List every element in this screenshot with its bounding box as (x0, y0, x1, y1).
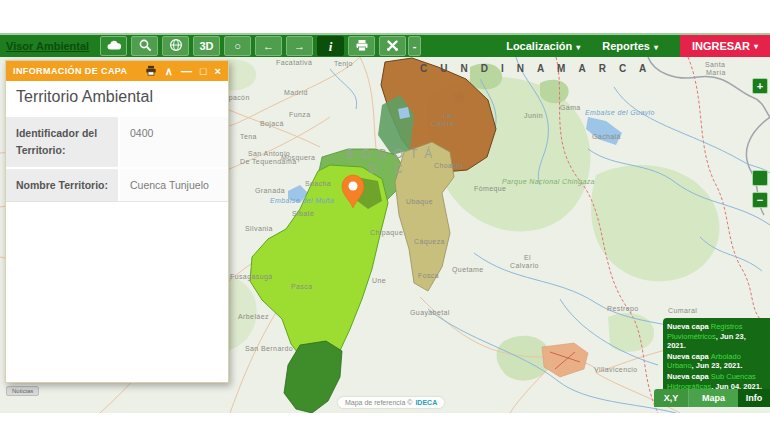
map-label: Santa (705, 61, 725, 68)
menu-localizacion[interactable]: Localización▾ (506, 40, 580, 52)
map-control-button[interactable] (752, 170, 768, 186)
tools-button[interactable] (379, 36, 406, 56)
row-label: Identificador del Territorio: (6, 117, 118, 167)
map-label: Sibaté (292, 210, 314, 217)
map-label: Villavicencio (594, 366, 638, 373)
chevron-down-icon: ▾ (654, 43, 658, 52)
info-button[interactable]: i (317, 36, 344, 56)
print-icon[interactable] (145, 65, 157, 78)
forward-button[interactable]: → (286, 36, 313, 56)
menu-reportes-label: Reportes (602, 40, 650, 52)
collapse-icon[interactable]: ∧ (165, 66, 173, 77)
3d-button[interactable]: 3D (193, 36, 220, 56)
map-label: Madrid (284, 89, 308, 96)
zoom-search-button[interactable] (131, 36, 158, 56)
map-label: Gachalá (592, 133, 621, 140)
map-label: Bojacá (260, 120, 284, 127)
arrow-left-icon: ← (263, 41, 274, 52)
chevron-down-icon: ▾ (576, 43, 580, 52)
map-label: Silvania (245, 225, 273, 232)
arrow-right-icon: → (294, 41, 305, 52)
globe-button[interactable] (162, 36, 189, 56)
notification-item: Nueva capa Sub Cuencas Hidrográficas, Ju… (667, 372, 766, 389)
map-label: La (443, 112, 452, 119)
print-button[interactable] (348, 36, 375, 56)
menu-reportes[interactable]: Reportes▾ (602, 40, 658, 52)
map-label: Embalse del Guavio (585, 109, 655, 116)
map-label: Granada (255, 187, 285, 194)
map-label: Chipaque (370, 229, 403, 236)
minimize-icon[interactable]: — (181, 66, 192, 77)
attribution-source-link[interactable]: IDECA (415, 399, 437, 406)
notification-prefix: Nueva capa (667, 372, 711, 381)
tab-info[interactable]: Info (738, 389, 770, 407)
notification-date: , Jun 04, 2021. (711, 382, 762, 389)
panel-header[interactable]: INFORMACIÓN DE CAPA ∧ — □ × (6, 61, 228, 81)
attribution-text: Mapa de referencia © (345, 399, 412, 406)
map-label: San Antonio (248, 150, 290, 157)
city-label: BOGOTÁ (346, 147, 439, 161)
magnifier-icon (138, 38, 152, 54)
attribute-table: Identificador del Territorio: 0400 Nombr… (6, 115, 228, 202)
toolbar-buttons: 3D ○ ← → i - (98, 35, 423, 57)
map-label: Fómeque (474, 185, 506, 192)
notification-item: Nueva capa Registros Pluviométricos, Jun… (667, 322, 766, 351)
city-label-suffix: D C (368, 162, 410, 176)
maximize-icon[interactable]: □ (200, 66, 207, 77)
map-label: Parque Nacional Chingaza (502, 178, 595, 185)
map-label: Facatativá (276, 59, 312, 66)
app-logo[interactable]: Visor Ambiental (6, 40, 98, 52)
globe-icon (169, 38, 183, 54)
ingresar-button[interactable]: INGRESAR▾ (680, 35, 770, 57)
map-label: Tenjo (334, 60, 353, 67)
tools-icon (386, 39, 399, 54)
table-row: Nombre Territorio: Cuenca Tunjuelo (6, 167, 228, 202)
panel-header-icons: ∧ — □ × (145, 65, 221, 78)
map-label: Cáqueza (414, 238, 445, 245)
notification-date: , Jun 23, 2021. (692, 361, 743, 370)
close-icon[interactable]: × (215, 66, 221, 77)
map-label: Arbeláez (238, 313, 269, 320)
map-label: Ubaque (406, 198, 433, 205)
tab-mapa[interactable]: Mapa (688, 389, 738, 407)
zoom-in-button[interactable]: + (752, 78, 768, 94)
minus-icon: - (413, 41, 417, 52)
table-row: Identificador del Territorio: 0400 (6, 115, 228, 167)
map-label: Funza (289, 111, 310, 118)
map-label: El (524, 254, 531, 261)
notification-prefix: Nueva capa (667, 352, 711, 361)
map-label: Restrepo (607, 305, 639, 312)
map-label: De Tequendama (240, 158, 296, 165)
more-button[interactable]: - (408, 36, 421, 56)
main-toolbar: Visor Ambiental 3D ○ ← → i - Localizació… (0, 33, 770, 57)
map-label: María (706, 69, 726, 76)
back-button[interactable]: ← (255, 36, 282, 56)
notification-item: Nueva capa Arbolado Urbano, Jun 23, 2021… (667, 352, 766, 371)
basemap-button[interactable] (100, 36, 127, 56)
noticias-button[interactable]: Noticias (6, 386, 39, 396)
map-label: Soacha (305, 180, 331, 187)
map-label: Quetame (452, 266, 484, 273)
tab-xy[interactable]: X,Y (654, 389, 688, 407)
printer-icon (355, 39, 369, 54)
ingresar-label: INGRESAR (692, 40, 750, 52)
zoom-out-button[interactable]: − (752, 192, 768, 208)
map-label: Junín (524, 112, 543, 119)
map-label: Pasca (291, 283, 312, 290)
notifications-panel: Nueva capa Registros Pluviométricos, Jun… (663, 318, 770, 389)
map-label: Cumaral (668, 307, 697, 314)
map-label: Une (372, 277, 386, 284)
map-label: Choachí (434, 162, 463, 169)
layer-info-panel: INFORMACIÓN DE CAPA ∧ — □ × Territorio A… (5, 60, 229, 383)
map-label: Guayabetal (410, 309, 450, 316)
region-label: CUNDINAMARCA (420, 63, 659, 74)
map-label: San Bernardo (245, 345, 293, 352)
map-label: Embalse del Muña (270, 197, 334, 204)
panel-header-title: INFORMACIÓN DE CAPA (13, 66, 127, 76)
cloud-icon (106, 39, 121, 53)
panel-title: Territorio Ambiental (6, 81, 228, 115)
map-label: Fosca (418, 272, 439, 279)
locate-button[interactable]: ○ (224, 36, 251, 56)
3d-label: 3D (199, 41, 213, 52)
map-label: Calera (431, 120, 454, 127)
